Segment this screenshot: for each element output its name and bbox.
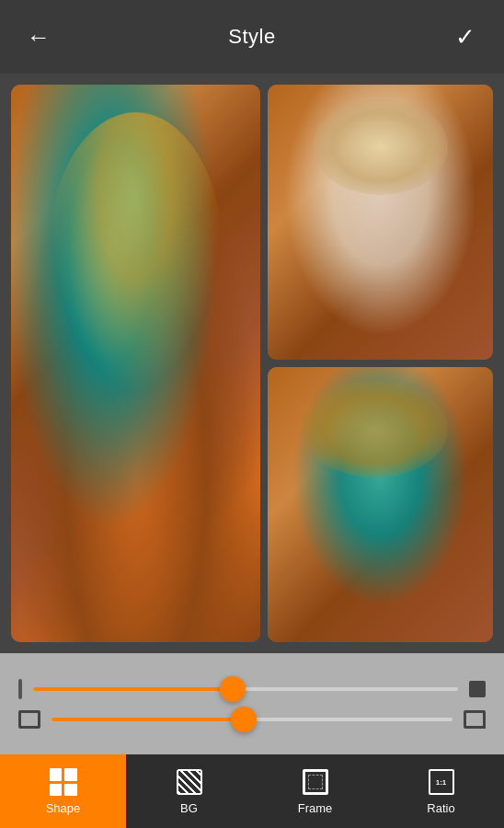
spacing-slider-fill: [33, 687, 233, 691]
photo-main-content: [11, 85, 260, 642]
frame-icon: [301, 767, 330, 797]
photo-bottom-right-content: [268, 367, 493, 642]
ratio-label: Ratio: [427, 801, 454, 815]
bg-icon: [175, 767, 204, 797]
page-title: Style: [228, 25, 275, 49]
frame-label: Frame: [298, 801, 333, 815]
corner-slider-thumb[interactable]: [231, 707, 257, 732]
nav-item-shape[interactable]: Shape: [0, 754, 126, 828]
spacing-min-icon: [18, 679, 22, 699]
nav-item-ratio[interactable]: 1:1 Ratio: [378, 754, 504, 828]
photo-grid: [0, 74, 504, 653]
ratio-icon: 1:1: [427, 767, 456, 797]
photo-top-right[interactable]: [268, 85, 493, 360]
spacing-max-icon: [469, 681, 486, 697]
nav-item-frame[interactable]: Frame: [252, 754, 378, 828]
controls-panel: [0, 653, 504, 754]
bg-label: BG: [180, 801, 198, 815]
corner-max-icon: [464, 710, 486, 729]
spacing-slider[interactable]: [33, 687, 458, 691]
nav-item-bg[interactable]: BG: [126, 754, 252, 828]
photo-main[interactable]: [11, 85, 260, 642]
bottom-nav: Shape BG Frame 1:1 Ratio: [0, 754, 504, 828]
photo-bottom-right[interactable]: [268, 367, 493, 642]
confirm-button[interactable]: ✓: [445, 17, 486, 57]
corner-min-icon: [18, 710, 40, 729]
spacing-slider-row: [18, 679, 486, 699]
header: ← Style ✓: [0, 0, 504, 74]
corner-radius-slider[interactable]: [52, 718, 452, 721]
photo-right-column: [268, 85, 493, 642]
corner-slider-fill: [52, 718, 244, 721]
spacing-slider-thumb[interactable]: [220, 676, 246, 702]
shape-label: Shape: [46, 801, 81, 815]
back-button[interactable]: ←: [18, 17, 59, 57]
photo-top-right-content: [268, 85, 493, 360]
corner-radius-slider-row: [18, 710, 486, 729]
shape-icon: [49, 767, 78, 797]
